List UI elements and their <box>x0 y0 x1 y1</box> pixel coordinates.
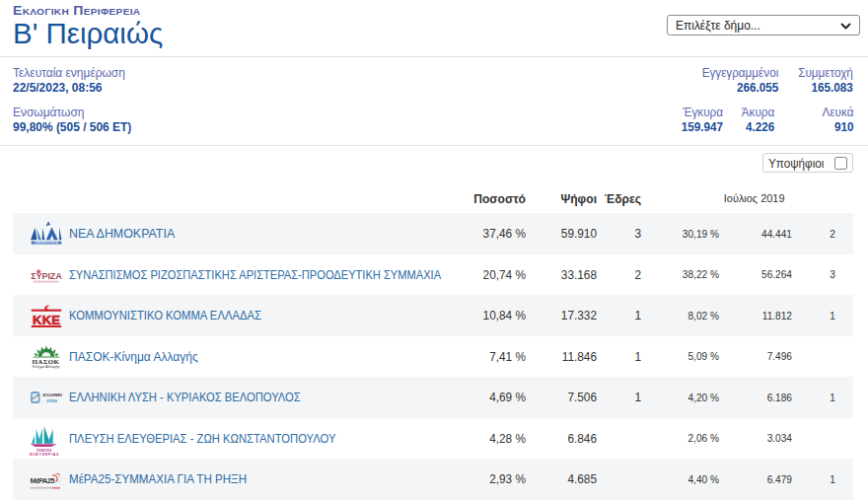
svg-text:ΣΥΡΙΖΑ: ΣΥΡΙΖΑ <box>31 271 62 281</box>
svg-text:ΕΛΕΥΘΕΡΙΑΣ: ΕΛΕΥΘΕΡΙΑΣ <box>30 453 59 456</box>
svg-text:Κίνημα Αλλαγής: Κίνημα Αλλαγής <box>32 364 59 369</box>
svg-text:ΜέΡΑ25: ΜέΡΑ25 <box>30 476 55 485</box>
svg-text:ΝΕΑ ΔΗΜΟΚΡΑΤΙΑ: ΝΕΑ ΔΗΜΟΚΡΑΤΙΑ <box>35 241 58 245</box>
svg-text:ΚΚΕ: ΚΚΕ <box>33 313 60 327</box>
svg-text:ΕΛΛΗΝΙΚΗ: ΕΛΛΗΝΙΚΗ <box>42 393 62 397</box>
svg-text:ΛΥΣΗ: ΛΥΣΗ <box>46 398 57 403</box>
